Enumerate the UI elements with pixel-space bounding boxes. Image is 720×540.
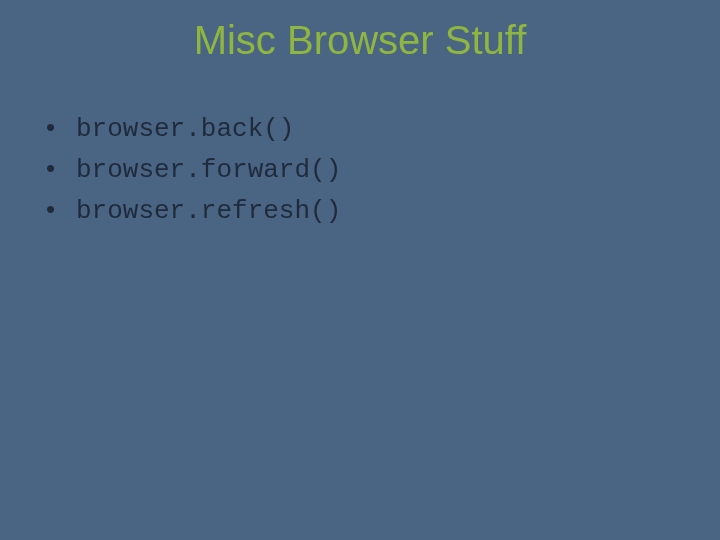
slide: Misc Browser Stuff • browser.back() • br… bbox=[0, 0, 720, 540]
bullet-list: • browser.back() • browser.forward() • b… bbox=[46, 112, 680, 235]
list-item: • browser.forward() bbox=[46, 153, 680, 188]
bullet-icon: • bbox=[46, 153, 76, 184]
bullet-icon: • bbox=[46, 112, 76, 143]
bullet-icon: • bbox=[46, 194, 76, 225]
slide-title: Misc Browser Stuff bbox=[0, 18, 720, 63]
bullet-text: browser.refresh() bbox=[76, 194, 341, 229]
list-item: • browser.refresh() bbox=[46, 194, 680, 229]
list-item: • browser.back() bbox=[46, 112, 680, 147]
bullet-text: browser.forward() bbox=[76, 153, 341, 188]
bullet-text: browser.back() bbox=[76, 112, 294, 147]
